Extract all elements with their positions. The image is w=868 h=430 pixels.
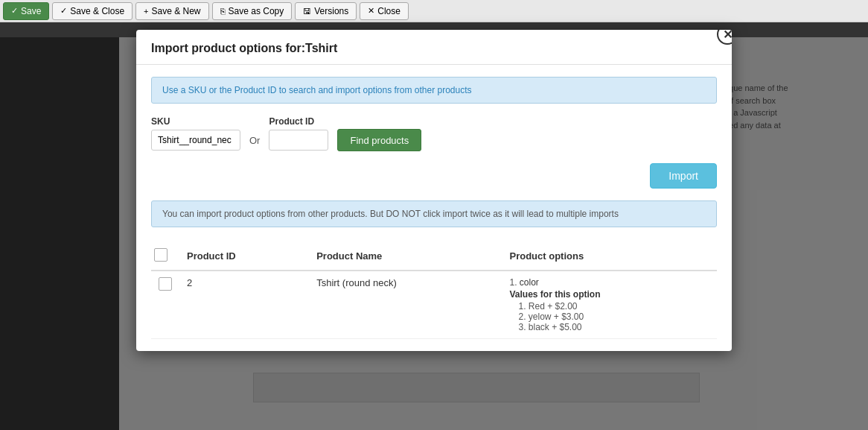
check-icon: ✓	[60, 6, 67, 16]
product-id-group: Product ID	[269, 116, 328, 151]
save-close-label: Save & Close	[70, 6, 124, 16]
warning-banner: You can import product options from othe…	[151, 200, 717, 227]
close-x-icon: ✕	[723, 30, 733, 42]
value-item: 2. yelow + $3.00	[518, 312, 709, 322]
search-form-row: SKU Or Product ID Find products	[151, 116, 717, 151]
products-table: Product ID Product Name Product options …	[151, 242, 717, 339]
save-label: Save	[21, 6, 41, 16]
value-item: 1. Red + $2.00	[518, 301, 709, 312]
versions-label: Versions	[314, 6, 348, 16]
save-button[interactable]: ✓ Save	[3, 2, 49, 20]
values-label: Values for this option	[509, 289, 709, 300]
warning-banner-text: You can import product options from othe…	[162, 209, 619, 219]
toolbar: ✓ Save ✓ Save & Close + Save & New ⎘ Sav…	[0, 0, 868, 22]
close-label: Close	[377, 6, 401, 16]
close-button[interactable]: ✕ Close	[360, 2, 409, 20]
find-products-button[interactable]: Find products	[337, 129, 421, 151]
save-copy-button[interactable]: ⎘ Save as Copy	[212, 2, 293, 20]
th-product-options: Product options	[502, 242, 717, 271]
cell-product-options: 1. colorValues for this option1. Red + $…	[502, 271, 717, 339]
header-checkbox[interactable]	[154, 248, 167, 262]
info-banner-text: Use a SKU or the Product ID to search an…	[162, 85, 472, 95]
modal-body: Use a SKU or the Product ID to search an…	[136, 65, 732, 351]
modal-backdrop: ✕ Import product options for:Tshirt Use …	[0, 22, 868, 430]
save-close-button[interactable]: ✓ Save & Close	[52, 2, 133, 20]
cell-product-id: 2	[179, 271, 309, 339]
versions-icon: 🖫	[303, 7, 311, 16]
or-label: Or	[249, 135, 260, 146]
cell-product-name: Tshirt (round neck)	[309, 271, 502, 339]
modal-header: Import product options for:Tshirt	[136, 30, 732, 65]
sku-input[interactable]	[151, 130, 240, 151]
value-item: 3. black + $5.00	[518, 322, 709, 332]
modal-dialog: ✕ Import product options for:Tshirt Use …	[136, 30, 732, 351]
versions-button[interactable]: 🖫 Versions	[295, 2, 357, 20]
option-name: color	[520, 277, 539, 288]
row-checkbox[interactable]	[159, 277, 172, 291]
option-number: 1. color	[509, 277, 709, 288]
product-id-input[interactable]	[269, 130, 328, 151]
copy-icon: ⎘	[220, 7, 226, 16]
th-product-name: Product Name	[309, 242, 502, 271]
plus-icon: +	[144, 7, 148, 16]
table-header-row: Product ID Product Name Product options	[151, 242, 717, 271]
sku-group: SKU	[151, 116, 240, 151]
save-new-button[interactable]: + Save & New	[135, 2, 208, 20]
product-id-label: Product ID	[269, 116, 328, 127]
modal-title: Import product options for:Tshirt	[151, 42, 717, 55]
sku-label: SKU	[151, 116, 240, 127]
th-check	[151, 242, 179, 271]
import-row: Import	[151, 163, 717, 189]
table-row: 2Tshirt (round neck)1. colorValues for t…	[151, 271, 717, 339]
import-button[interactable]: Import	[650, 163, 717, 189]
save-copy-label: Save as Copy	[229, 6, 284, 16]
info-banner: Use a SKU or the Product ID to search an…	[151, 77, 717, 104]
save-new-label: Save & New	[152, 6, 201, 16]
th-product-id: Product ID	[179, 242, 309, 271]
x-icon: ✕	[368, 6, 374, 16]
save-icon: ✓	[11, 6, 18, 16]
